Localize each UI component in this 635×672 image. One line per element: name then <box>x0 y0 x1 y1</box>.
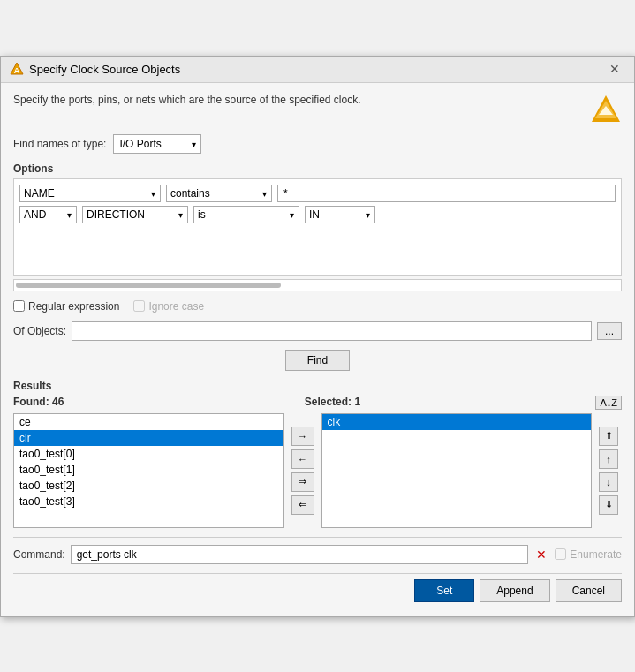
enumerate-checkbox[interactable] <box>555 548 566 560</box>
regex-checkbox[interactable] <box>13 300 25 312</box>
ignore-case-checkbox-label[interactable]: Ignore case <box>133 300 204 313</box>
sort-button[interactable]: A↓Z <box>595 396 622 410</box>
condition-select-1[interactable]: contains is is not starts with <box>166 185 272 202</box>
left-list-container: ce clr tao0_test[0] tao0_test[1] tao0_te… <box>13 413 284 528</box>
filter-row-1: NAME DIRECTION TYPE contains is is not s… <box>19 185 616 202</box>
enumerate-label-text: Enumerate <box>570 548 622 561</box>
transfer-left-button[interactable]: ← <box>291 449 314 469</box>
condition-select-wrapper-2: is contains is not <box>193 206 299 223</box>
order-buttons: ⇑ ↑ ↓ ⇓ <box>595 413 622 528</box>
find-names-select-wrapper: I/O Ports Pins Nets <box>113 134 201 154</box>
enumerate-checkbox-label[interactable]: Enumerate <box>555 548 622 561</box>
clear-command-button[interactable]: ✕ <box>533 547 549 562</box>
command-row: Command: ✕ Enumerate <box>13 537 622 564</box>
transfer-right-button[interactable]: → <box>291 427 314 446</box>
header-description: Specify the ports, pins, or nets which a… <box>13 94 590 106</box>
selected-list[interactable]: clk <box>321 413 593 528</box>
title-bar: A Specify Clock Source Objects ✕ <box>1 57 634 83</box>
options-section: Options NAME DIRECTION TYPE contains <box>13 162 622 291</box>
dir-value-select[interactable]: IN OUT INOUT <box>305 206 375 223</box>
found-list[interactable]: ce clr tao0_test[0] tao0_test[1] tao0_te… <box>13 413 284 528</box>
found-count-label: Found: 46 <box>13 396 305 410</box>
value-input-1[interactable] <box>277 185 616 202</box>
find-button-row: Find <box>13 350 622 371</box>
find-names-row: Find names of type: I/O Ports Pins Nets <box>13 134 622 154</box>
transfer-all-left-button[interactable]: ⇐ <box>291 495 314 515</box>
set-button[interactable]: Set <box>414 579 474 602</box>
find-names-select[interactable]: I/O Ports Pins Nets <box>113 134 201 154</box>
selected-count-label: Selected: 1 <box>305 396 596 410</box>
title-bar-left: A Specify Clock Source Objects <box>10 62 180 76</box>
lists-area: ce clr tao0_test[0] tao0_test[1] tao0_te… <box>13 413 622 528</box>
dir-value-wrapper: IN OUT INOUT <box>305 206 375 223</box>
transfer-buttons: → ← ⇒ ⇐ <box>288 413 318 528</box>
order-top-button[interactable]: ⇑ <box>599 427 618 446</box>
results-header: Results <box>13 380 622 392</box>
regex-label-text: Regular expression <box>28 300 119 313</box>
append-button[interactable]: Append <box>480 579 549 602</box>
ignore-case-checkbox[interactable] <box>133 300 145 312</box>
order-up-button[interactable]: ↑ <box>599 449 618 469</box>
results-counts: Found: 46 Selected: 1 A↓Z <box>13 396 622 410</box>
transfer-all-right-button[interactable]: ⇒ <box>291 472 314 492</box>
field-select-wrapper-1: NAME DIRECTION TYPE <box>19 185 161 202</box>
right-list-container: clk <box>321 413 593 528</box>
app-icon: A <box>10 62 24 76</box>
find-names-label: Find names of type: <box>13 138 106 150</box>
browse-button[interactable]: ... <box>597 322 622 340</box>
regex-checkbox-label[interactable]: Regular expression <box>13 300 119 313</box>
ignore-case-label-text: Ignore case <box>148 300 204 313</box>
command-label: Command: <box>13 548 65 561</box>
list-item[interactable]: clk <box>322 414 592 430</box>
filter-row-2: AND OR DIRECTION NAME TYPE is <box>19 206 616 223</box>
results-section: Results Found: 46 Selected: 1 A↓Z ce clr… <box>13 380 622 528</box>
condition-select-2[interactable]: is contains is not <box>193 206 299 223</box>
list-item[interactable]: ce <box>14 414 283 430</box>
dialog-body: Specify the ports, pins, or nets which a… <box>1 83 634 616</box>
filter-rows-container: NAME DIRECTION TYPE contains is is not s… <box>13 178 622 276</box>
field-select-wrapper-2: DIRECTION NAME TYPE <box>82 206 188 223</box>
dialog-window: A Specify Clock Source Objects ✕ Specify… <box>0 56 635 617</box>
close-button[interactable]: ✕ <box>604 61 625 77</box>
field-select-2[interactable]: DIRECTION NAME TYPE <box>82 206 188 223</box>
horizontal-scrollbar-thumb[interactable] <box>16 283 281 288</box>
logic-select-wrapper: AND OR <box>19 206 77 223</box>
checkbox-row: Regular expression Ignore case <box>13 300 622 313</box>
of-objects-input[interactable] <box>72 321 592 341</box>
list-item[interactable]: tao0_test[0] <box>14 446 283 462</box>
find-button[interactable]: Find <box>285 350 350 371</box>
horizontal-scrollbar-area <box>13 279 622 291</box>
brand-logo <box>590 94 622 125</box>
logic-select[interactable]: AND OR <box>19 206 77 223</box>
list-item[interactable]: tao0_test[3] <box>14 494 283 510</box>
condition-select-wrapper-1: contains is is not starts with <box>166 185 272 202</box>
list-item[interactable]: tao0_test[1] <box>14 462 283 478</box>
order-bottom-button[interactable]: ⇓ <box>599 495 618 515</box>
order-down-button[interactable]: ↓ <box>599 472 618 492</box>
results-label: Results <box>13 380 51 392</box>
list-item[interactable]: clr <box>14 430 283 446</box>
field-select-1[interactable]: NAME DIRECTION TYPE <box>19 185 161 202</box>
list-item[interactable]: tao0_test[2] <box>14 478 283 494</box>
options-label: Options <box>13 162 622 175</box>
header-row: Specify the ports, pins, or nets which a… <box>13 94 622 125</box>
of-objects-label: Of Objects: <box>13 325 66 337</box>
title-text: Specify Clock Source Objects <box>29 63 180 76</box>
action-buttons-row: Set Append Cancel <box>13 573 622 606</box>
of-objects-row: Of Objects: ... <box>13 321 622 341</box>
cancel-button[interactable]: Cancel <box>556 579 622 602</box>
command-input[interactable] <box>71 545 529 564</box>
svg-text:A: A <box>14 66 20 75</box>
